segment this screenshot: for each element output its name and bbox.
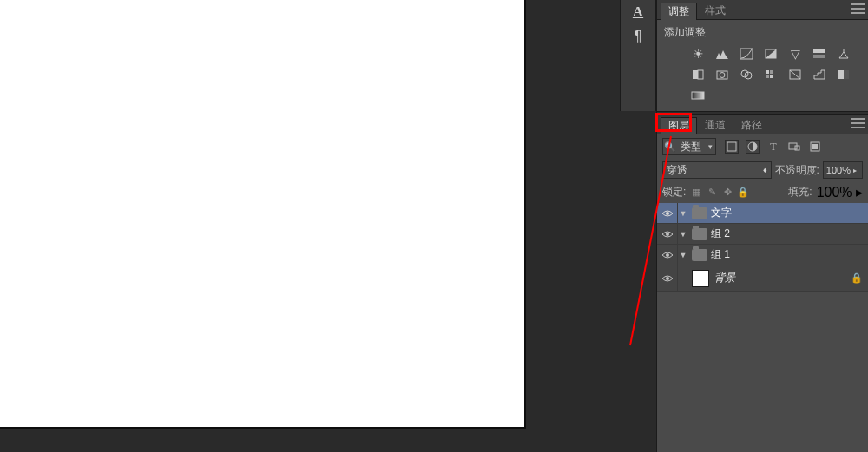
svg-rect-3 (813, 55, 825, 58)
layer-row-group[interactable]: ▼ 组 1 (657, 245, 868, 265)
lock-label: 锁定: (662, 185, 686, 200)
blend-mode-select[interactable]: 穿透 ♦ (662, 161, 772, 179)
blend-mode-row: 穿透 ♦ 不透明度: 100% ▸ (657, 159, 868, 181)
hue-sat-icon[interactable] (812, 47, 827, 61)
canvas-shadow-bottom (0, 427, 524, 429)
layer-row-group[interactable]: ▼ 文字 (657, 203, 868, 224)
visibility-toggle[interactable] (657, 265, 678, 291)
folder-icon (692, 228, 707, 240)
layer-filter-type-combo[interactable]: 🔍 类型 ▾ (662, 138, 716, 155)
svg-rect-10 (766, 70, 769, 74)
fill-label: 填充: (788, 185, 812, 200)
visibility-toggle[interactable] (657, 203, 678, 223)
layer-row-background[interactable]: 背景 🔒 (657, 265, 868, 292)
paragraph-panel-icon[interactable]: ¶ (621, 24, 655, 49)
character-panel-icon[interactable]: A (621, 0, 655, 24)
adjustments-body: 添加调整 ☀ ▽ (657, 20, 868, 111)
svg-rect-13 (770, 75, 773, 78)
tab-paths[interactable]: 路径 (733, 116, 770, 134)
lock-icons: ▦ ✎ ✥ 🔒 (690, 187, 749, 199)
svg-rect-11 (770, 70, 773, 74)
adjustments-tabbar: 调整 样式 (657, 0, 868, 20)
visibility-toggle[interactable] (657, 224, 678, 244)
exposure-icon[interactable] (763, 47, 779, 61)
svg-point-24 (666, 212, 669, 215)
tab-layers[interactable]: 图层 (661, 117, 697, 134)
tab-adjustments[interactable]: 调整 (661, 3, 697, 20)
vibrance-icon[interactable]: ▽ (787, 47, 803, 61)
invert-icon[interactable] (787, 68, 803, 82)
document-canvas[interactable] (0, 0, 524, 427)
folder-icon (692, 207, 707, 219)
svg-rect-17 (692, 92, 704, 99)
chevron-right-icon: ▸ (851, 167, 859, 174)
posterize-icon[interactable] (812, 68, 827, 82)
gradient-map-icon[interactable] (690, 88, 706, 102)
expand-caret-icon[interactable]: ▼ (678, 209, 688, 218)
layer-list: ▼ 文字 ▼ 组 2 ▼ (657, 203, 868, 292)
svg-rect-18 (727, 142, 736, 151)
levels-icon[interactable] (714, 47, 730, 61)
photo-filter-icon[interactable] (714, 68, 730, 82)
layers-tabbar: 图层 通道 路径 (657, 115, 868, 134)
workspace-gap (526, 0, 620, 452)
expand-caret-icon[interactable]: ▼ (678, 230, 688, 239)
blend-mode-value: 穿透 (667, 163, 687, 178)
layer-name: 背景 (714, 271, 735, 285)
color-lookup-icon[interactable] (763, 68, 779, 82)
opacity-field[interactable]: 100% ▸ (823, 161, 863, 179)
color-balance-icon[interactable] (836, 47, 852, 61)
layer-name: 文字 (711, 206, 732, 220)
adjustments-panel: 调整 样式 添加调整 ☀ ▽ (657, 0, 868, 111)
layer-name: 组 1 (711, 247, 730, 262)
bw-icon[interactable] (690, 68, 706, 82)
svg-point-25 (666, 233, 669, 236)
folder-icon (692, 249, 707, 261)
canvas-area (0, 0, 526, 452)
channel-mixer-icon[interactable] (739, 68, 754, 82)
lock-row: 锁定: ▦ ✎ ✥ 🔒 填充: 100% ▸ (657, 181, 868, 203)
lock-all-icon[interactable]: 🔒 (737, 187, 749, 199)
brightness-icon[interactable]: ☀ (690, 47, 706, 61)
svg-rect-23 (812, 144, 818, 149)
adjustment-presets-grid: ☀ ▽ (664, 47, 861, 106)
svg-rect-16 (844, 70, 849, 79)
layer-filter-label: 类型 (677, 140, 705, 154)
svg-rect-2 (813, 49, 825, 53)
search-icon: 🔍 (663, 141, 677, 153)
svg-rect-4 (693, 70, 698, 79)
tab-channels[interactable]: 通道 (697, 116, 733, 134)
lock-transparent-icon[interactable]: ▦ (690, 187, 702, 199)
layer-filter-icons: T (725, 140, 822, 154)
fill-field[interactable]: 100% ▸ (817, 184, 863, 200)
filter-shape-icon[interactable] (787, 140, 801, 154)
visibility-toggle[interactable] (657, 245, 678, 265)
tab-styles[interactable]: 样式 (697, 2, 733, 19)
filter-pixel-icon[interactable] (725, 140, 739, 154)
filter-adjustment-icon[interactable] (746, 140, 760, 154)
threshold-icon[interactable] (836, 68, 852, 82)
layer-name: 组 2 (711, 226, 730, 241)
lock-icon: 🔒 (851, 272, 863, 284)
expand-caret-icon[interactable]: ▼ (678, 251, 688, 259)
opacity-value: 100% (826, 165, 851, 175)
dropdown-arrow-icon: ♦ (763, 166, 767, 174)
layers-panel: 图层 通道 路径 🔍 类型 ▾ (657, 115, 868, 292)
svg-rect-0 (740, 49, 753, 59)
collapsed-panel-dock[interactable]: A ¶ (620, 0, 656, 111)
filter-type-icon[interactable]: T (766, 140, 780, 154)
panel-menu-icon[interactable] (851, 3, 865, 14)
lock-position-icon[interactable]: ✥ (721, 187, 733, 199)
chevron-right-icon: ▸ (856, 185, 863, 200)
lock-image-icon[interactable]: ✎ (706, 187, 718, 199)
fill-value: 100% (817, 185, 852, 200)
curves-icon[interactable] (739, 47, 754, 61)
app-root: A ¶ 调整 样式 添加调整 ☀ (0, 0, 868, 452)
panel-menu-icon[interactable] (851, 118, 865, 128)
right-panel-column: 调整 样式 添加调整 ☀ ▽ (656, 0, 868, 452)
filter-smart-icon[interactable] (808, 140, 822, 154)
layer-row-group[interactable]: ▼ 组 2 (657, 224, 868, 245)
layer-filter-row: 🔍 类型 ▾ T (657, 134, 868, 159)
layer-thumbnail[interactable] (692, 270, 709, 287)
svg-point-26 (666, 253, 669, 257)
